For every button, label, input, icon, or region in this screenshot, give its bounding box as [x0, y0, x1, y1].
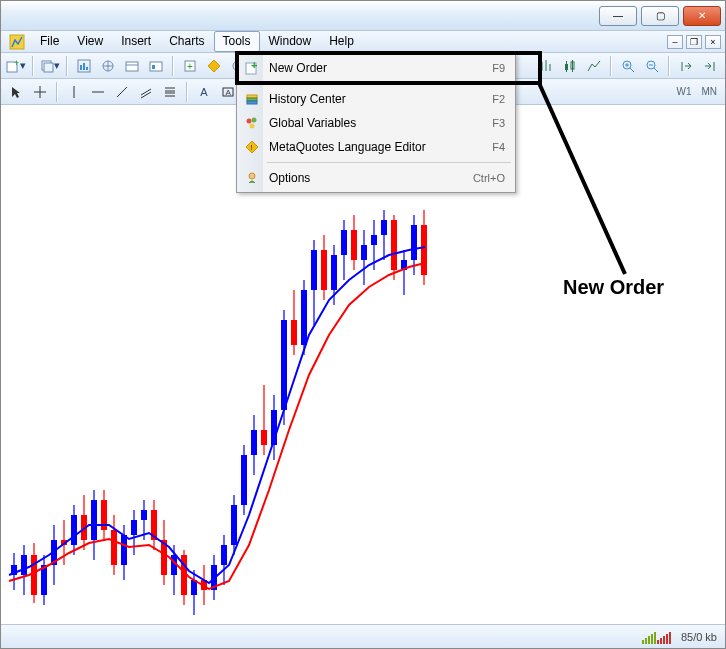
svg-text:+: +	[14, 59, 19, 68]
chart-shift-button[interactable]	[699, 55, 721, 77]
menu-metaquotes-editor-label: MetaQuotes Language Editor	[269, 140, 484, 154]
trendline-button[interactable]	[111, 81, 133, 103]
crosshair-tool-button[interactable]	[29, 81, 51, 103]
mdi-close-button[interactable]: ×	[705, 35, 721, 49]
menu-new-order-label: New Order	[269, 61, 484, 75]
svg-point-139	[247, 119, 252, 124]
cursor-tool-button[interactable]	[5, 81, 27, 103]
annotation-label: New Order	[563, 276, 664, 299]
svg-rect-6	[80, 65, 82, 70]
svg-rect-4	[44, 63, 53, 72]
menubar: File View Insert Charts Tools Window Hel…	[1, 31, 725, 53]
svg-line-42	[141, 89, 151, 95]
svg-line-29	[630, 68, 634, 72]
svg-rect-55	[31, 555, 37, 595]
menu-global-variables-label: Global Variables	[269, 116, 484, 130]
close-icon: ✕	[698, 10, 706, 21]
horizontal-line-button[interactable]	[87, 81, 109, 103]
menu-metaquotes-editor-shortcut: F4	[492, 141, 505, 153]
svg-rect-117	[341, 230, 347, 255]
auto-scroll-button[interactable]	[675, 55, 697, 77]
market-watch-button[interactable]	[73, 55, 95, 77]
window-close-button[interactable]: ✕	[683, 6, 721, 26]
mdi-restore-button[interactable]: ❐	[686, 35, 702, 49]
channel-button[interactable]	[135, 81, 157, 103]
svg-rect-131	[411, 225, 417, 260]
maximize-icon: ▢	[656, 10, 665, 21]
profiles-button[interactable]: ▾	[39, 55, 61, 77]
svg-rect-73	[121, 535, 127, 565]
svg-rect-121	[361, 245, 367, 260]
timeframe-mn[interactable]: MN	[697, 86, 721, 97]
svg-text:!: !	[251, 143, 253, 152]
zoom-in-button[interactable]	[617, 55, 639, 77]
svg-rect-107	[291, 320, 297, 345]
svg-line-41	[117, 87, 127, 97]
svg-text:+: +	[251, 61, 257, 71]
window-maximize-button[interactable]: ▢	[641, 6, 679, 26]
line-chart-button[interactable]	[583, 55, 605, 77]
menu-insert[interactable]: Insert	[112, 31, 160, 52]
svg-rect-105	[281, 320, 287, 410]
svg-rect-14	[150, 62, 162, 71]
svg-rect-115	[331, 255, 337, 290]
navigator-button[interactable]	[97, 55, 119, 77]
menu-history-center[interactable]: History Center F2	[239, 87, 513, 111]
menu-options[interactable]: Options Ctrl+O	[239, 166, 513, 190]
menu-file[interactable]: File	[31, 31, 68, 52]
menu-global-variables[interactable]: Global Variables F3	[239, 111, 513, 135]
svg-text:A: A	[226, 88, 232, 97]
tester-button[interactable]	[145, 55, 167, 77]
menu-options-shortcut: Ctrl+O	[473, 172, 505, 184]
text-tool-button[interactable]: A	[193, 81, 215, 103]
menu-separator	[267, 162, 511, 163]
menu-window[interactable]: Window	[260, 31, 321, 52]
timeframe-w1[interactable]: W1	[672, 86, 695, 97]
bar-chart-button[interactable]	[535, 55, 557, 77]
svg-rect-8	[86, 67, 88, 70]
menu-charts[interactable]: Charts	[160, 31, 213, 52]
app-icon	[7, 32, 27, 52]
svg-rect-95	[231, 505, 237, 545]
menu-help[interactable]: Help	[320, 31, 363, 52]
svg-line-33	[654, 68, 658, 72]
svg-point-140	[252, 118, 257, 123]
svg-rect-113	[321, 250, 327, 290]
svg-rect-138	[247, 101, 257, 104]
menu-options-label: Options	[269, 171, 465, 185]
options-icon	[243, 169, 261, 187]
svg-rect-71	[111, 530, 117, 565]
menu-separator	[267, 83, 511, 84]
svg-rect-77	[141, 510, 147, 520]
metaeditor-button[interactable]	[203, 55, 225, 77]
new-chart-button[interactable]: +▾	[5, 55, 27, 77]
menu-history-center-label: History Center	[269, 92, 484, 106]
svg-text:+: +	[187, 61, 193, 72]
window-titlebar: — ▢ ✕	[1, 1, 725, 31]
menu-metaquotes-editor[interactable]: ! MetaQuotes Language Editor F4	[239, 135, 513, 159]
svg-rect-119	[351, 230, 357, 260]
mdi-minimize-button[interactable]: –	[667, 35, 683, 49]
history-center-icon	[243, 90, 261, 108]
menu-new-order[interactable]: + New Order F9	[239, 56, 513, 80]
svg-rect-125	[381, 220, 387, 235]
status-traffic: 85/0 kb	[681, 631, 717, 643]
svg-rect-99	[251, 430, 257, 455]
candle-chart-button[interactable]	[559, 55, 581, 77]
vertical-line-button[interactable]	[63, 81, 85, 103]
new-order-button[interactable]: +	[179, 55, 201, 77]
fibonacci-button[interactable]	[159, 81, 181, 103]
menu-tools[interactable]: Tools	[214, 31, 260, 52]
svg-rect-109	[301, 290, 307, 345]
svg-rect-123	[371, 235, 377, 245]
svg-point-141	[250, 124, 255, 129]
svg-rect-127	[391, 220, 397, 270]
svg-point-144	[249, 173, 255, 179]
terminal-button[interactable]	[121, 55, 143, 77]
svg-rect-111	[311, 250, 317, 290]
zoom-out-button[interactable]	[641, 55, 663, 77]
minimize-icon: —	[613, 10, 623, 21]
svg-rect-75	[131, 520, 137, 535]
menu-view[interactable]: View	[68, 31, 112, 52]
window-minimize-button[interactable]: —	[599, 6, 637, 26]
